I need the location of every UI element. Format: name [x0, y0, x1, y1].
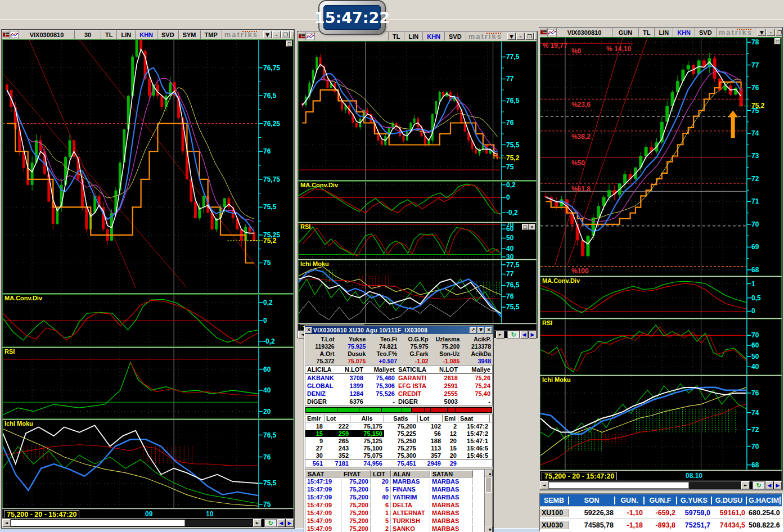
- ichimoku-pane[interactable]: Ichi Moku 76,57675,575: [2, 420, 294, 508]
- quote-row[interactable]: XU10059226,38-1,10-659,259759,059161,068…: [540, 506, 782, 519]
- symbol-field[interactable]: VIX0300810: [19, 30, 75, 39]
- rsi-pane[interactable]: RSI 604020: [2, 348, 294, 419]
- pane-restore-button[interactable]: □: [522, 224, 529, 230]
- column-header[interactable]: SON: [569, 497, 615, 504]
- main-candlestick-pane[interactable]: □ 787776757473727170696875,2% 19,77%0% 1…: [540, 37, 782, 276]
- scroll-left-icon[interactable]: ◄: [540, 481, 548, 489]
- column-header[interactable]: Maliye: [459, 366, 492, 373]
- column-header[interactable]: Lot: [418, 415, 443, 422]
- scroll-thumb[interactable]: [548, 482, 689, 489]
- column-header[interactable]: G.HACIM: [747, 497, 781, 504]
- column-header[interactable]: Maliyet: [365, 366, 396, 373]
- scroll-thumb[interactable]: [11, 520, 185, 526]
- trade-row[interactable]: 15:47:0975,2006DELTAMARBAS: [305, 501, 484, 509]
- macd-pane[interactable]: MA.Conv.Div 0,20-0,2: [298, 181, 537, 222]
- flag-button-tl[interactable]: TL: [639, 28, 655, 37]
- pane-next-button[interactable]: »: [529, 224, 535, 230]
- trade-row[interactable]: 15:47:1975,20020MARBASMARBAS: [305, 477, 484, 485]
- broker-row[interactable]: DiGER6376-DiGER5003-: [305, 398, 492, 405]
- column-header[interactable]: GUN.F: [645, 497, 677, 504]
- trades-scrollbar[interactable]: ▲ ▼: [484, 470, 492, 532]
- symbol-field[interactable]: VIX0300810: [557, 28, 612, 37]
- maximize-icon[interactable]: ❒: [281, 31, 290, 38]
- maximize-icon[interactable]: ❒: [776, 29, 782, 36]
- scroll-thumb[interactable]: [485, 477, 492, 493]
- broker-row[interactable]: AKBANK370875,460GARANTI261875,26: [305, 374, 492, 382]
- column-header[interactable]: SATAN: [430, 470, 473, 477]
- system-menu-icon[interactable]: [540, 28, 548, 37]
- macd-pane[interactable]: MA.Conv.Div 0,20-0,2: [2, 294, 294, 347]
- flag-button-svd[interactable]: SVD: [157, 30, 179, 39]
- macd-pane[interactable]: MA.Conv.Div 10,50: [540, 277, 782, 318]
- depth-row[interactable]: 3035275,07575,3003572015:46:5: [305, 452, 492, 459]
- broker-row[interactable]: DENIZ128475,526CREDIT255575,40: [305, 390, 492, 398]
- dropdown-icon[interactable]: ▼: [263, 31, 272, 38]
- page-right-icon[interactable]: ▶: [774, 481, 782, 489]
- close-icon[interactable]: ×: [485, 327, 492, 333]
- period-field[interactable]: GUN: [612, 28, 639, 37]
- depth-titlebar[interactable]: × VIX0300810 XU30 Agu 10/111F_IX03008 ↗ …: [305, 326, 493, 334]
- main-candlestick-pane[interactable]: □ 76,7576,576,257675,7575,575,257575,2: [2, 39, 294, 294]
- column-header[interactable]: SEMB: [540, 497, 569, 504]
- flag-button-khn[interactable]: KHN: [136, 30, 157, 39]
- depth-row[interactable]: 1822275,17575,200102215:47:2: [305, 422, 492, 430]
- flag-button-tmp[interactable]: TMP: [201, 30, 222, 39]
- scroll-right-icon[interactable]: ►: [496, 331, 504, 339]
- scroll-up-icon[interactable]: ▲: [485, 470, 493, 476]
- close-icon[interactable]: ×: [290, 31, 294, 38]
- column-header[interactable]: SAAT: [305, 470, 341, 477]
- minimize-icon[interactable]: –: [767, 29, 775, 36]
- flag-button-lin[interactable]: LIN: [655, 28, 673, 37]
- chart-scrollbar[interactable]: ◄►↻◀▶: [2, 519, 294, 527]
- page-left-icon[interactable]: ◀: [520, 331, 528, 339]
- trade-row[interactable]: 15:47:0975,20040YATIRIMMARBAS: [305, 493, 484, 501]
- close-icon[interactable]: ×: [534, 33, 537, 40]
- flag-button-sym[interactable]: SYM: [179, 30, 201, 39]
- refresh-icon[interactable]: ↻: [507, 331, 520, 339]
- dropdown-icon[interactable]: ▼: [758, 29, 766, 36]
- ichimoku-pane[interactable]: Ichi Moku 7674727068: [540, 376, 782, 470]
- minimize-icon[interactable]: –: [516, 33, 525, 40]
- system-menu-icon[interactable]: [298, 32, 306, 40]
- depth-row[interactable]: 926575,12575,2501882015:47:1: [305, 437, 492, 444]
- column-header[interactable]: LOT: [371, 470, 391, 477]
- maximize-icon[interactable]: ❒: [525, 33, 534, 40]
- refresh-icon[interactable]: ↻: [753, 481, 765, 489]
- trade-row[interactable]: 15:47:0975,2005FINANSMARBAS: [305, 485, 484, 493]
- flag-button-lin[interactable]: LIN: [404, 32, 423, 40]
- system-menu-icon[interactable]: [2, 30, 10, 39]
- minimize-icon[interactable]: –: [272, 31, 281, 38]
- page-left-icon[interactable]: ◀: [277, 519, 285, 527]
- close-icon[interactable]: ×: [305, 327, 312, 333]
- depth-row[interactable]: 1525975,15075,225561215:47:2: [305, 430, 492, 437]
- column-header[interactable]: Emi: [443, 415, 458, 422]
- quote-row[interactable]: XU03074585,78-1,18-893,875251,774434,550…: [540, 519, 782, 531]
- flag-button-svd[interactable]: SVD: [695, 28, 717, 37]
- depth-row[interactable]: 2724375,10075,2751131515:46:5: [305, 444, 492, 452]
- main-candlestick-pane[interactable]: 77,57776,57675,57575,2: [298, 41, 537, 181]
- column-header[interactable]: Emir: [305, 415, 325, 422]
- scroll-track[interactable]: [185, 520, 253, 526]
- page-right-icon[interactable]: ▶: [529, 331, 537, 339]
- column-header[interactable]: GUN.: [615, 497, 645, 504]
- column-header[interactable]: G.DUSU: [712, 497, 747, 504]
- column-header[interactable]: Saat: [458, 415, 490, 422]
- page-right-icon[interactable]: ▶: [286, 519, 294, 527]
- column-header[interactable]: Lot: [325, 415, 350, 422]
- column-header[interactable]: N.LOT: [340, 366, 365, 373]
- chart-type-icon[interactable]: [10, 30, 19, 39]
- trade-row[interactable]: 15:47:0975,2002SANKOMARBAS: [305, 525, 484, 532]
- scroll-right-icon[interactable]: ►: [741, 481, 750, 489]
- chart-type-icon[interactable]: [306, 32, 315, 40]
- page-left-icon[interactable]: ◀: [765, 481, 773, 489]
- flag-button-tl[interactable]: TL: [389, 32, 404, 40]
- column-header[interactable]: ALAN: [391, 470, 430, 477]
- trade-row[interactable]: 15:47:0975,2005TURKISHMARBAS: [305, 517, 484, 525]
- column-header[interactable]: N.LOT: [434, 366, 459, 373]
- rsi-pane[interactable]: RSI 70605040: [540, 319, 782, 375]
- trade-row[interactable]: 15:47:0975,2001ALTERNATMARBAS: [305, 509, 484, 517]
- column-header[interactable]: Alis: [350, 415, 384, 422]
- column-header[interactable]: SATICILA: [396, 366, 434, 373]
- ichimoku-pane[interactable]: Ichi Moku 77,57776,57675,5: [298, 260, 537, 323]
- dropdown-icon[interactable]: ▼: [507, 33, 516, 40]
